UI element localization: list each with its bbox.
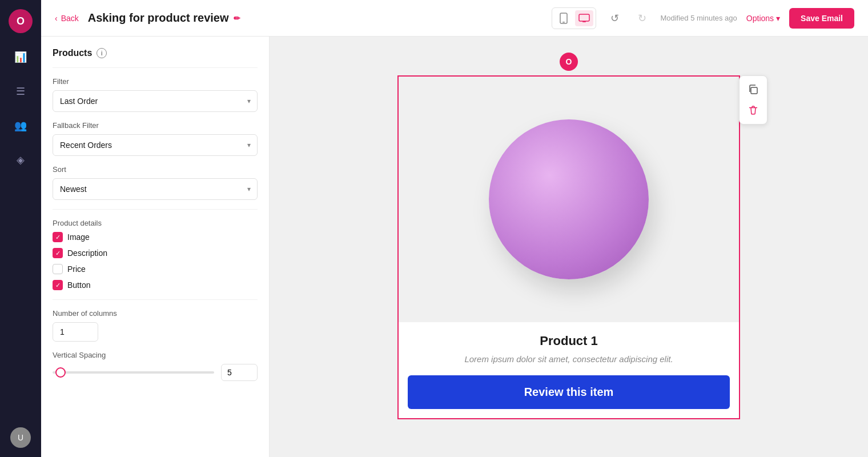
product-block[interactable]: Product 1 Lorem ipsum dolor sit amet, co… — [397, 75, 740, 419]
duplicate-button[interactable] — [744, 81, 762, 99]
user-avatar[interactable]: U — [10, 427, 31, 448]
block-actions — [739, 75, 767, 125]
back-button[interactable]: ‹ Back — [55, 14, 79, 23]
desktop-view-button[interactable] — [575, 10, 593, 26]
omnisend-logo-area: O — [397, 48, 740, 75]
spacing-row — [53, 364, 258, 381]
sidebar-section-title: Products i — [53, 48, 258, 58]
checkbox-description[interactable]: ✓ Description — [53, 248, 258, 258]
omnisend-logo: O — [560, 53, 578, 71]
spacing-label: Vertical Spacing — [53, 351, 258, 359]
audience-icon[interactable]: 👥 — [10, 115, 31, 136]
svg-rect-1 — [562, 22, 565, 23]
page-title: Asking for product review ✏ — [88, 11, 240, 25]
back-chevron: ‹ — [55, 14, 58, 23]
columns-label: Number of columns — [53, 309, 258, 318]
filter-label: Filter — [53, 77, 258, 86]
checkbox-description-box: ✓ — [53, 248, 63, 258]
store-icon[interactable]: ◈ — [10, 150, 31, 170]
app-logo[interactable]: O — [9, 9, 33, 33]
redo-button[interactable]: ↻ — [633, 10, 651, 26]
mobile-view-button[interactable] — [554, 10, 573, 26]
sort-label: Sort — [53, 165, 258, 174]
dashboard-icon[interactable]: 📊 — [10, 47, 31, 67]
review-button-area: Review this item — [399, 375, 739, 418]
checkbox-image-box: ✓ — [53, 232, 63, 242]
checkbox-button[interactable]: ✓ Button — [53, 280, 258, 290]
content-area: Products i Filter Last Order Recent Orde… — [41, 37, 868, 457]
product-details-checkboxes: ✓ Image ✓ Description Price ✓ — [53, 232, 258, 290]
undo-button[interactable]: ↺ — [605, 10, 624, 26]
modified-text: Modified 5 minutes ago — [660, 14, 737, 22]
product-info: Product 1 Lorem ipsum dolor sit amet, co… — [399, 322, 739, 375]
checkbox-image[interactable]: ✓ Image — [53, 232, 258, 242]
info-icon[interactable]: i — [97, 48, 107, 58]
checkbox-price[interactable]: Price — [53, 264, 258, 274]
options-chevron-icon: ▾ — [776, 14, 780, 23]
svg-rect-2 — [579, 14, 589, 21]
review-button[interactable]: Review this item — [408, 375, 730, 409]
save-email-button[interactable]: Save Email — [789, 8, 854, 29]
product-name: Product 1 — [412, 334, 725, 348]
filter-select[interactable]: Last Order Recent Orders Best Sellers — [53, 90, 258, 112]
fallback-filter-select-wrapper: Recent Orders Last Order Best Sellers ▾ — [53, 134, 258, 156]
svg-rect-5 — [751, 87, 757, 94]
back-label: Back — [61, 14, 79, 23]
options-button[interactable]: Options ▾ — [746, 14, 780, 23]
fallback-filter-select[interactable]: Recent Orders Last Order Best Sellers — [53, 134, 258, 156]
main-content: ‹ Back Asking for product review ✏ — [41, 0, 868, 457]
campaigns-icon[interactable]: ☰ — [10, 81, 31, 102]
spacing-slider-thumb[interactable] — [55, 367, 66, 378]
topbar: ‹ Back Asking for product review ✏ — [41, 0, 868, 37]
view-controls — [552, 7, 596, 29]
delete-button[interactable] — [744, 101, 762, 119]
spacing-value-input[interactable] — [221, 364, 258, 381]
product-description: Lorem ipsum dolor sit amet, consectetur … — [412, 354, 725, 364]
preview-area: O Product 1 Lorem ipsum dolor sit amet, … — [270, 37, 868, 457]
checkbox-price-box — [53, 264, 63, 274]
product-details-label: Product details — [53, 219, 258, 227]
left-navigation: O 📊 ☰ 👥 ◈ U — [0, 0, 41, 457]
product-image — [489, 119, 649, 279]
checkbox-button-box: ✓ — [53, 280, 63, 290]
preview-wrapper: O Product 1 Lorem ipsum dolor sit amet, … — [397, 48, 740, 419]
product-image-area — [399, 77, 739, 322]
spacing-slider-track — [53, 371, 214, 374]
sidebar-panel: Products i Filter Last Order Recent Orde… — [41, 37, 270, 457]
sort-select-wrapper: Newest Oldest Best Selling ▾ — [53, 178, 258, 200]
sort-select[interactable]: Newest Oldest Best Selling — [53, 178, 258, 200]
edit-icon[interactable]: ✏ — [234, 14, 240, 23]
columns-input[interactable] — [53, 322, 98, 342]
fallback-filter-label: Fallback Filter — [53, 121, 258, 130]
filter-select-wrapper: Last Order Recent Orders Best Sellers ▾ — [53, 90, 258, 112]
